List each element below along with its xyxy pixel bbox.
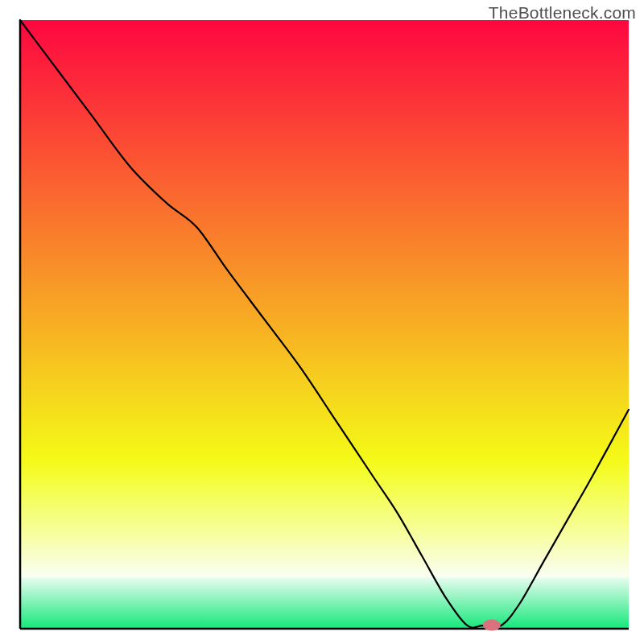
- chart-overlay: [0, 0, 644, 644]
- watermark-text: TheBottleneck.com: [489, 3, 636, 23]
- chart-container: TheBottleneck.com: [0, 0, 644, 644]
- selected-point-marker[interactable]: [483, 619, 501, 630]
- bottleneck-curve: [20, 20, 629, 628]
